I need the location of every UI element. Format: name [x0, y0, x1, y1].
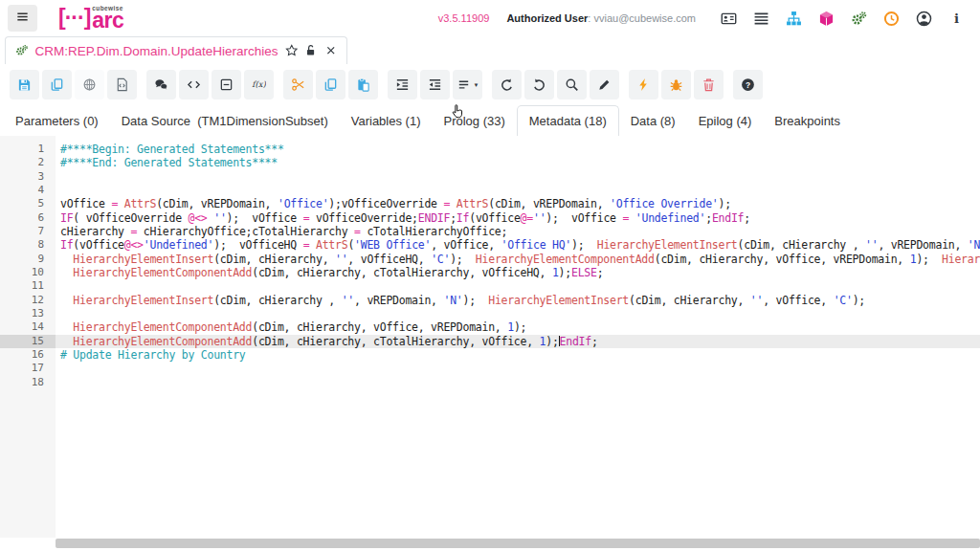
list-icon[interactable] — [753, 11, 769, 27]
trash-button[interactable] — [694, 70, 724, 99]
undo-icon — [500, 77, 514, 92]
scrollbar-thumb[interactable] — [56, 539, 980, 548]
toolbar-group — [492, 70, 619, 99]
paste-icon — [356, 77, 370, 92]
save-button[interactable] — [10, 70, 39, 99]
tab-metadata[interactable]: Metadata (18) — [517, 105, 619, 136]
code-line: cHierarchy = cHierarchyOffice;cTotalHier… — [56, 225, 980, 238]
document-tab[interactable]: CRM:REP.Dim.Domain.UpdateHierarchies — [5, 36, 347, 65]
tab-data[interactable]: Data (8) — [619, 105, 687, 136]
toolbar-group: ▼ — [388, 70, 482, 99]
arc-app-window: [···] cubewise arc v3.5.11909 Authorized… — [0, 0, 980, 551]
tab-epilog[interactable]: Epilog (4) — [687, 105, 764, 136]
process-section-tabs: Parameters (0)Data Source (TM1DimensionS… — [0, 105, 980, 136]
save-icon — [17, 77, 32, 92]
code-line: HierarchyElementInsert(cDim, cHierarchy … — [56, 294, 980, 307]
copy-pages-icon — [323, 77, 338, 92]
code-line — [56, 279, 980, 293]
chat-button[interactable] — [146, 70, 176, 99]
minus-square-icon — [219, 77, 234, 92]
gears-icon[interactable] — [851, 11, 867, 27]
code-line: # Update Hierarchy by Country — [56, 348, 980, 362]
authorized-user: Authorized User: vviau@cubewise.com — [506, 12, 696, 24]
line-number: 11 — [0, 279, 56, 293]
bug-button[interactable] — [661, 70, 691, 99]
code-line — [56, 307, 980, 320]
clock-icon[interactable] — [883, 11, 900, 27]
id-card-icon[interactable] — [721, 11, 737, 27]
search-button[interactable] — [557, 70, 587, 99]
toolbar-group — [629, 70, 724, 99]
favorite-star-icon[interactable] — [285, 44, 299, 57]
file-code-button[interactable] — [107, 70, 137, 99]
toolbar-group — [283, 70, 378, 99]
line-number: 10 — [0, 266, 56, 279]
svg-text:i: i — [954, 11, 959, 26]
user-icon[interactable] — [916, 11, 932, 27]
scissors-button[interactable] — [283, 70, 313, 99]
paste-button[interactable] — [348, 70, 378, 99]
logo-arc-text: arc — [92, 11, 123, 31]
tab-prolog[interactable]: Prolog (33) — [432, 105, 516, 136]
unlock-icon[interactable] — [304, 44, 318, 57]
pencil-button[interactable] — [590, 70, 619, 99]
code-line: HierarchyElementComponentAdd(cDim, cHier… — [56, 335, 980, 348]
line-number: 13 — [0, 307, 56, 320]
copy-pages-button[interactable] — [316, 70, 345, 99]
indent-button[interactable] — [388, 70, 417, 99]
svg-text:?: ? — [746, 80, 750, 90]
tab-breakpoints[interactable]: Breakpoints — [763, 105, 852, 136]
process-gears-icon — [15, 44, 29, 57]
help-button[interactable]: ? — [733, 70, 763, 99]
bolt-icon — [636, 77, 651, 92]
outdent-button[interactable] — [420, 70, 450, 99]
authorized-user-label: Authorized User — [506, 12, 588, 24]
scissors-icon — [291, 77, 305, 92]
bolt-button[interactable] — [629, 70, 658, 99]
code-line: IF( vOfficeOverride @<> ''); vOffice = v… — [56, 211, 980, 225]
line-number: 5 — [0, 197, 56, 210]
line-number: 3 — [0, 170, 56, 184]
line-number: 1 — [0, 143, 56, 156]
code-line: HierarchyElementInsert(cDim, cHierarchy,… — [56, 253, 980, 266]
line-number: 12 — [0, 294, 56, 307]
copy-button[interactable] — [42, 70, 72, 99]
info-icon[interactable]: i — [948, 11, 965, 27]
logo-bracket: [···] — [58, 7, 90, 29]
line-number: 4 — [0, 184, 56, 197]
hamburger-icon — [15, 10, 30, 27]
cube-icon[interactable] — [818, 11, 835, 27]
tab-parameters[interactable]: Parameters (0) — [4, 105, 110, 136]
hamburger-menu-button[interactable] — [8, 5, 37, 32]
sitemap-icon[interactable] — [786, 11, 802, 27]
code-line: #****End: Generated Statements**** — [56, 156, 980, 169]
close-tab-icon[interactable] — [324, 44, 338, 57]
arc-logo[interactable]: [···] cubewise arc — [58, 6, 123, 31]
horizontal-scrollbar[interactable] — [56, 538, 980, 548]
undo-button[interactable] — [492, 70, 522, 99]
fx-button[interactable]: f(x) — [244, 70, 274, 99]
line-number: 8 — [0, 238, 56, 252]
code-line: vOffice = AttrS(cDim, vREPDomain, 'Offic… — [56, 197, 980, 210]
redo-button[interactable] — [524, 70, 554, 99]
code-line — [56, 362, 980, 375]
authorized-user-value: : vviau@cubewise.com — [588, 12, 696, 24]
code-line: HierarchyElementComponentAdd(cDim, cHier… — [56, 320, 980, 334]
align-button[interactable]: ▼ — [453, 70, 482, 99]
toolbar-group: f(x) — [146, 70, 274, 99]
document-tab-bar: CRM:REP.Dim.Domain.UpdateHierarchies — [0, 36, 980, 65]
code-editor[interactable]: 123456789101112131415161718 #****Begin: … — [0, 136, 980, 538]
copy-icon — [50, 77, 64, 92]
code-button[interactable] — [179, 70, 209, 99]
tab-data-source[interactable]: Data Source (TM1DimensionSubset) — [110, 105, 340, 136]
line-number: 18 — [0, 376, 56, 389]
help-icon: ? — [741, 77, 755, 92]
code-area[interactable]: #****Begin: Generated Statements***#****… — [56, 136, 980, 538]
minus-square-button[interactable] — [212, 70, 241, 99]
indent-icon — [395, 77, 410, 92]
globe-icon — [82, 77, 97, 92]
code-line — [56, 170, 980, 184]
globe-button[interactable] — [75, 70, 104, 99]
toolbar-group — [10, 70, 137, 99]
tab-variables[interactable]: Variables (1) — [340, 105, 433, 136]
